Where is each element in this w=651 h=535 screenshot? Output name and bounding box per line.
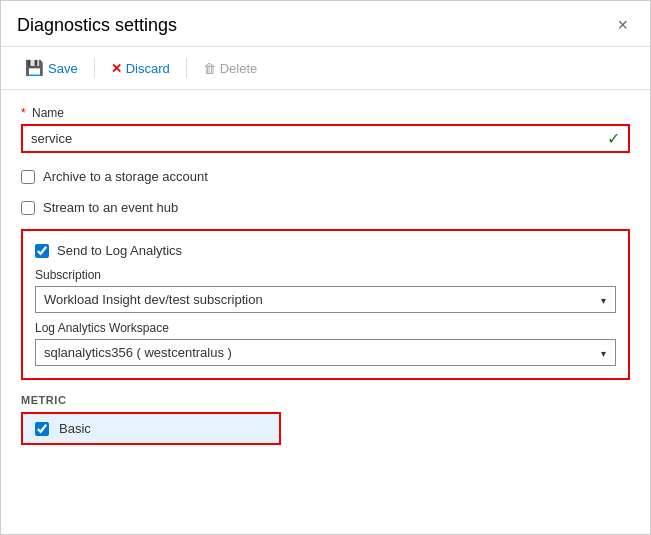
discard-label: Discard [126, 61, 170, 76]
workspace-dropdown[interactable]: sqlanalytics356 ( westcentralus ) [35, 339, 616, 366]
discard-icon: ✕ [111, 61, 122, 76]
diagnostics-dialog: Diagnostics settings × 💾 Save ✕ Discard … [0, 0, 651, 535]
toolbar-separator [94, 58, 95, 78]
dialog-title: Diagnostics settings [17, 15, 177, 36]
save-icon: 💾 [25, 59, 44, 77]
delete-label: Delete [220, 61, 258, 76]
stream-label[interactable]: Stream to an event hub [43, 200, 178, 215]
log-analytics-checkbox-row: Send to Log Analytics [35, 241, 616, 260]
archive-checkbox[interactable] [21, 170, 35, 184]
valid-checkmark-icon: ✓ [607, 129, 620, 148]
delete-button[interactable]: 🗑 Delete [195, 57, 266, 80]
subscription-dropdown[interactable]: Workload Insight dev/test subscription [35, 286, 616, 313]
stream-checkbox-row: Stream to an event hub [21, 198, 630, 217]
name-field-group: * Name ✓ [21, 106, 630, 153]
delete-icon: 🗑 [203, 61, 216, 76]
dialog-content: * Name ✓ Archive to a storage account St… [1, 90, 650, 534]
log-analytics-checkbox[interactable] [35, 244, 49, 258]
required-star: * [21, 106, 26, 120]
stream-checkbox[interactable] [21, 201, 35, 215]
name-label: * Name [21, 106, 630, 120]
subscription-label: Subscription [35, 268, 616, 282]
metric-section: METRIC Basic [21, 394, 630, 448]
workspace-label: Log Analytics Workspace [35, 321, 616, 335]
archive-checkbox-row: Archive to a storage account [21, 167, 630, 186]
workspace-dropdown-wrap: sqlanalytics356 ( westcentralus ) ▾ [35, 339, 616, 366]
save-button[interactable]: 💾 Save [17, 55, 86, 81]
dialog-header: Diagnostics settings × [1, 1, 650, 47]
subscription-dropdown-wrap: Workload Insight dev/test subscription ▾ [35, 286, 616, 313]
metric-table-container: Basic [21, 412, 281, 445]
basic-label[interactable]: Basic [59, 421, 91, 436]
toolbar: 💾 Save ✕ Discard 🗑 Delete [1, 47, 650, 90]
archive-label[interactable]: Archive to a storage account [43, 169, 208, 184]
metric-section-title: METRIC [21, 394, 630, 406]
log-analytics-section: Send to Log Analytics Subscription Workl… [21, 229, 630, 380]
save-label: Save [48, 61, 78, 76]
basic-checkbox[interactable] [35, 422, 49, 436]
discard-button[interactable]: ✕ Discard [103, 57, 178, 80]
log-analytics-label[interactable]: Send to Log Analytics [57, 243, 182, 258]
name-input[interactable] [23, 126, 628, 151]
name-input-wrap: ✓ [21, 124, 630, 153]
toolbar-separator-2 [186, 58, 187, 78]
metric-basic-row: Basic [23, 414, 279, 443]
close-button[interactable]: × [611, 13, 634, 38]
